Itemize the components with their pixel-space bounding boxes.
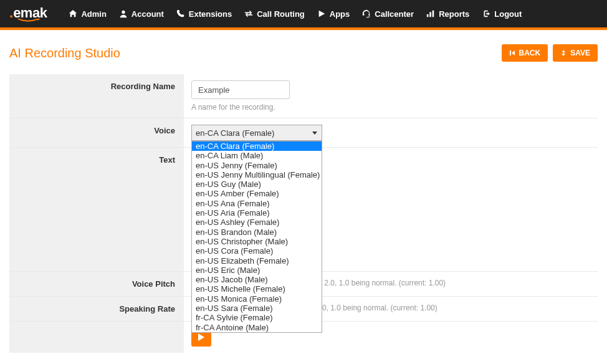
voice-option[interactable]: en-US Michelle (Female) <box>192 284 322 294</box>
chart-icon <box>426 9 435 18</box>
label-play <box>9 322 184 353</box>
voice-option[interactable]: en-US Brandon (Male) <box>192 228 322 237</box>
header-buttons: BACK SAVE <box>502 44 598 62</box>
save-label: SAVE <box>570 49 590 57</box>
nav-label: Logout <box>494 9 522 19</box>
svg-point-0 <box>122 11 125 14</box>
nav-account[interactable]: Account <box>113 0 170 27</box>
page-title: AI Recording Studio <box>9 46 120 60</box>
back-icon <box>509 50 515 56</box>
voice-option[interactable]: en-US Ashley (Female) <box>192 218 322 227</box>
label-voice-pitch: Voice Pitch <box>9 272 184 296</box>
voice-option[interactable]: en-CA Liam (Male) <box>192 151 322 160</box>
brand-name: emak <box>13 5 47 21</box>
page-header: AI Recording Studio BACK SAVE <box>0 31 607 74</box>
back-button[interactable]: BACK <box>502 44 548 62</box>
nav-label: Apps <box>330 9 350 19</box>
nav-label: Extensions <box>189 9 232 19</box>
form: Recording Name A name for the recording.… <box>0 74 607 362</box>
voice-option[interactable]: en-US Amber (Female) <box>192 189 322 198</box>
voice-option[interactable]: en-US Jacob (Male) <box>192 275 322 284</box>
voice-option[interactable]: en-US Monica (Female) <box>192 294 322 304</box>
play-icon <box>317 9 326 18</box>
nav-label: Call Routing <box>257 9 305 19</box>
help-voice-pitch: to 2.0, 1.0 being normal. (current: 1.00… <box>316 279 446 287</box>
voice-option[interactable]: fr-CA Antoine (Male) <box>192 323 322 332</box>
field-recording-name: A name for the recording. <box>184 74 598 118</box>
voice-option[interactable]: en-US Eric (Male) <box>192 266 322 275</box>
user-icon <box>119 9 128 18</box>
save-icon <box>560 50 566 56</box>
label-text: Text <box>9 148 184 271</box>
nav-admin[interactable]: Admin <box>62 0 112 27</box>
voice-option[interactable]: en-US Ana (Female) <box>192 199 322 208</box>
recording-name-input[interactable] <box>191 80 290 99</box>
label-voice: Voice <box>9 118 184 147</box>
nav-label: Reports <box>439 9 469 19</box>
home-icon <box>69 9 77 18</box>
voice-dropdown-list[interactable]: en-CA Clara (Female)en-CA Liam (Male)en-… <box>191 141 322 333</box>
voice-select[interactable] <box>191 125 322 141</box>
nav-logout[interactable]: Logout <box>476 0 528 27</box>
swap-icon <box>244 9 253 18</box>
voice-option[interactable]: en-CA Clara (Female) <box>192 141 322 151</box>
nav-reports[interactable]: Reports <box>420 0 476 27</box>
nav-label: Admin <box>81 9 106 19</box>
voice-option[interactable]: en-US Christopher (Male) <box>192 237 322 246</box>
field-voice: en-CA Clara (Female)en-CA Liam (Male)en-… <box>184 118 598 147</box>
save-button[interactable]: SAVE <box>553 44 598 62</box>
nav-extensions[interactable]: Extensions <box>170 0 238 27</box>
label-recording-name: Recording Name <box>9 74 184 118</box>
brand-logo[interactable]: .emak <box>9 5 47 22</box>
nav-label: Account <box>131 9 164 19</box>
label-speaking-rate: Speaking Rate <box>9 297 184 321</box>
voice-option[interactable]: en-US Aria (Female) <box>192 208 322 218</box>
voice-option[interactable]: en-US Cora (Female) <box>192 246 322 256</box>
svg-rect-1 <box>427 14 429 17</box>
svg-rect-2 <box>429 12 431 17</box>
help-recording-name: A name for the recording. <box>191 103 590 112</box>
nav-label: Callcenter <box>375 9 414 19</box>
row-recording-name: Recording Name A name for the recording. <box>9 74 598 118</box>
voice-option[interactable]: en-US Jenny (Female) <box>192 161 322 170</box>
voice-option[interactable]: fr-CA Sylvie (Female) <box>192 313 322 322</box>
headset-icon <box>362 9 371 18</box>
voice-option[interactable]: en-US Guy (Male) <box>192 180 322 189</box>
svg-rect-3 <box>433 11 434 17</box>
signout-icon <box>482 9 490 18</box>
back-label: BACK <box>519 49 541 57</box>
orange-thin-line <box>0 30 607 31</box>
phone-icon <box>176 9 185 18</box>
voice-option[interactable]: en-US Jenny Multilingual (Female) <box>192 170 322 180</box>
nav-call-routing[interactable]: Call Routing <box>238 0 311 27</box>
nav-items: Admin Account Extensions Call Routing Ap… <box>62 0 528 27</box>
play-icon <box>198 333 204 341</box>
help-speaking-rate: 3.0, 1.0 being normal. (current: 1.00) <box>316 304 437 312</box>
voice-option[interactable]: en-US Elizabeth (Female) <box>192 256 322 266</box>
nav-callcenter[interactable]: Callcenter <box>356 0 420 27</box>
voice-option[interactable]: en-US Sara (Female) <box>192 304 322 313</box>
navbar: .emak Admin Account Extensions Call Rout… <box>0 0 607 27</box>
row-voice: Voice en-CA Clara (Female)en-CA Liam (Ma… <box>9 118 598 147</box>
nav-apps[interactable]: Apps <box>311 0 356 27</box>
